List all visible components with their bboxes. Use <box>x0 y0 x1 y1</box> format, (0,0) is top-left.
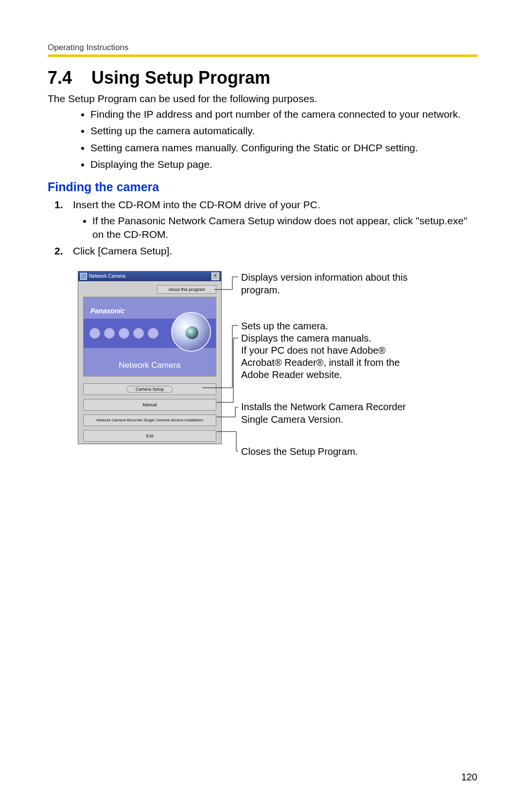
decorative-icon <box>119 328 129 339</box>
decorative-icon <box>148 328 158 339</box>
figure-setup-program: Network Camera × About this program Pana… <box>48 271 477 466</box>
list-item: Displaying the Setup page. <box>90 158 477 171</box>
step-item: 2. Click [Camera Setup]. <box>73 244 477 258</box>
app-icon <box>80 273 87 280</box>
annotation-manual: Displays the camera manuals. If your PC … <box>241 332 426 381</box>
list-item: Finding the IP address and port number o… <box>90 108 477 121</box>
annotation-text: Displays the camera manuals. <box>241 332 426 344</box>
purpose-list: Finding the IP address and port number o… <box>48 108 477 171</box>
brand-label: Panasonic <box>90 307 124 315</box>
manual-page: Operating Instructions 7.4 Using Setup P… <box>0 0 525 812</box>
step-text: Insert the CD-ROM into the CD-ROM drive … <box>73 199 320 210</box>
running-head: Operating Instructions <box>48 43 477 53</box>
intro-paragraph: The Setup Program can be used for the fo… <box>48 93 477 105</box>
splash-image: Panasonic Network Camera <box>83 297 216 377</box>
annotation-recorder: Installs the Network Camera Recorder Sin… <box>241 400 426 426</box>
list-item: If the Panasonic Network Camera Setup wi… <box>92 214 477 242</box>
button-label: Camera Setup <box>126 386 173 393</box>
list-item: Setting up the camera automatically. <box>90 124 477 138</box>
page-number: 120 <box>461 772 477 783</box>
step-sublist: If the Panasonic Network Camera Setup wi… <box>73 214 477 242</box>
step-text: Click [Camera Setup]. <box>73 245 172 256</box>
section-number: 7.4 <box>48 68 72 88</box>
annotation-exit: Closes the Setup Program. <box>241 445 358 458</box>
manual-button[interactable]: Manual <box>83 399 216 411</box>
steps-list: 1. Insert the CD-ROM into the CD-ROM dri… <box>48 198 477 258</box>
about-button[interactable]: About this program <box>157 285 216 294</box>
camera-lens-icon <box>171 312 211 352</box>
annotation-about: Displays version information about this … <box>241 271 426 296</box>
recorder-install-button[interactable]: Network Camera Recorder Single Camera Ve… <box>83 415 216 426</box>
section-title: Using Setup Program <box>91 68 270 88</box>
decorative-icon <box>133 328 144 339</box>
step-item: 1. Insert the CD-ROM into the CD-ROM dri… <box>73 198 477 241</box>
annotation-camera-setup: Sets up the camera. <box>241 320 328 332</box>
camera-setup-button[interactable]: Camera Setup <box>83 383 216 395</box>
step-number: 1. <box>54 198 63 212</box>
list-item: Setting camera names manually. Configuri… <box>90 141 477 155</box>
section-heading: 7.4 Using Setup Program <box>48 68 477 88</box>
subsection-heading: Finding the camera <box>48 180 477 194</box>
step-number: 2. <box>54 244 63 258</box>
close-icon[interactable]: × <box>211 272 219 280</box>
decorative-icon <box>104 328 115 339</box>
window-titlebar: Network Camera × <box>78 271 221 281</box>
window-title: Network Camera <box>89 273 125 279</box>
setup-window: Network Camera × About this program Pana… <box>78 271 222 444</box>
exit-button[interactable]: Exit <box>83 430 216 442</box>
annotation-text: If your PC does not have Adobe® Acrobat®… <box>241 344 426 381</box>
header-rule <box>48 54 477 57</box>
decorative-icon <box>89 328 100 339</box>
splash-label: Network Camera <box>84 361 216 370</box>
